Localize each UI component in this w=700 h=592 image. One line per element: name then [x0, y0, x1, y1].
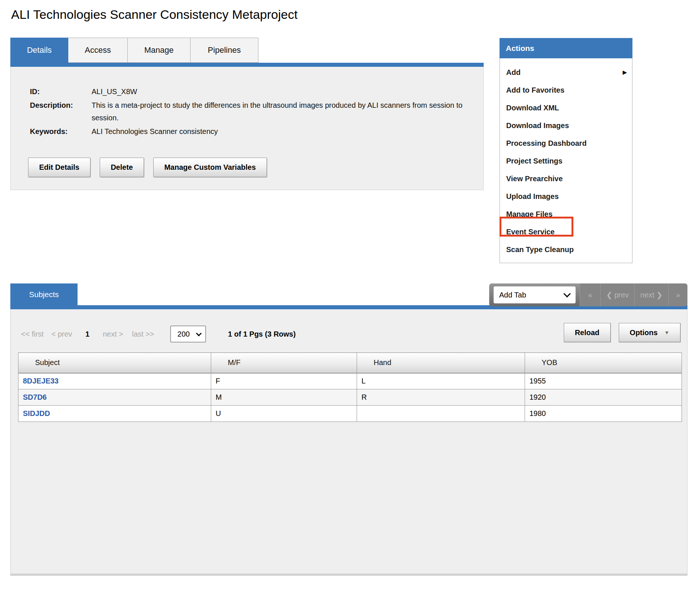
cell-yob: 1955	[525, 373, 682, 389]
add-tab-selected-value: Add Tab	[499, 291, 526, 299]
cell-hand	[357, 406, 525, 422]
subject-link[interactable]: 8DJEJE33	[23, 377, 59, 385]
tab-access[interactable]: Access	[68, 38, 128, 63]
column-header-yob[interactable]: YOB	[525, 353, 682, 373]
action-view-prearchive[interactable]: View Prearchive	[500, 170, 632, 187]
cell-hand: L	[357, 373, 525, 389]
details-tab-underline	[10, 63, 484, 67]
page-size-select[interactable]: 200	[170, 326, 206, 343]
pager-current-page: 1	[85, 330, 89, 338]
page-title: ALI Technologies Scanner Consistency Met…	[11, 7, 298, 22]
tab-subjects[interactable]: Subjects	[10, 283, 78, 305]
add-tab-select[interactable]: Add Tab	[494, 286, 576, 303]
field-id: ID: ALI_US_X8W	[30, 85, 483, 98]
pager-prev-link[interactable]: < prev	[51, 330, 72, 338]
column-header-hand[interactable]: Hand	[357, 353, 525, 373]
cell-mf: F	[211, 373, 357, 389]
tab-nav-first-button[interactable]: «	[580, 283, 600, 306]
chevron-down-icon	[196, 330, 202, 336]
chevron-down-icon	[563, 290, 571, 297]
table-row: 8DJEJE33 F L 1955	[18, 373, 682, 389]
pager-summary: 1 of 1 Pgs (3 Rows)	[228, 330, 296, 338]
action-event-service[interactable]: Event Service	[500, 223, 632, 241]
details-button-row: Edit Details Delete Manage Custom Variab…	[28, 158, 267, 177]
actions-menu-body: Add ▶ Add to Favorites Download XML Down…	[500, 58, 632, 263]
page-size-value: 200	[178, 330, 190, 338]
add-tab-container: Add Tab	[489, 283, 580, 306]
pager-last-link[interactable]: last >>	[132, 330, 154, 338]
subjects-table: Subject M/F Hand YOB 8DJEJE33 F L 1955 S…	[18, 352, 682, 422]
manage-custom-variables-button[interactable]: Manage Custom Variables	[153, 158, 267, 177]
field-description: Description: This is a meta-project to s…	[30, 99, 483, 124]
action-processing-dashboard[interactable]: Processing Dashboard	[500, 134, 632, 152]
pager: << first < prev 1 next > last >> 200 1 o…	[21, 325, 296, 343]
action-add-label: Add	[506, 68, 521, 77]
delete-button[interactable]: Delete	[100, 158, 144, 177]
tab-pipelines[interactable]: Pipelines	[191, 38, 258, 63]
submenu-arrow-icon: ▶	[622, 69, 627, 76]
cell-mf: U	[211, 406, 357, 422]
subject-link[interactable]: SD7D6	[23, 393, 47, 401]
action-upload-images[interactable]: Upload Images	[500, 187, 632, 205]
table-header-row: Subject M/F Hand YOB	[18, 353, 682, 373]
field-id-value: ALI_US_X8W	[92, 85, 137, 98]
subject-link[interactable]: SIDJDD	[23, 409, 50, 417]
edit-details-button[interactable]: Edit Details	[28, 158, 90, 177]
details-tab-strip: Details Access Manage Pipelines	[10, 38, 258, 63]
action-add-to-favorites[interactable]: Add to Favorites	[500, 81, 632, 99]
tab-nav-last-button[interactable]: »	[668, 283, 687, 306]
field-id-label: ID:	[30, 85, 92, 98]
pager-first-link[interactable]: << first	[21, 330, 44, 338]
action-add[interactable]: Add ▶	[500, 63, 632, 81]
actions-menu-header: Actions	[500, 38, 632, 58]
action-download-xml[interactable]: Download XML	[500, 99, 632, 117]
tab-nav-prev-button[interactable]: ❮ prev	[600, 283, 634, 306]
reload-button[interactable]: Reload	[564, 323, 611, 342]
action-project-settings[interactable]: Project Settings	[500, 152, 632, 170]
field-keywords: Keywords: ALI Technologies Scanner consi…	[30, 125, 483, 138]
details-fields: ID: ALI_US_X8W Description: This is a me…	[11, 67, 483, 138]
field-keywords-value: ALI Technologies Scanner consistency	[92, 125, 218, 138]
column-header-subject[interactable]: Subject	[18, 353, 211, 373]
subjects-toolbar: Reload Options ▼	[564, 323, 680, 342]
tab-manage[interactable]: Manage	[128, 38, 191, 63]
field-description-label: Description:	[30, 99, 92, 124]
options-button[interactable]: Options ▼	[619, 323, 680, 342]
options-button-label: Options	[630, 328, 658, 337]
column-header-mf[interactable]: M/F	[211, 353, 357, 373]
field-description-value: This is a meta-project to study the diff…	[92, 99, 483, 124]
action-manage-files[interactable]: Manage Files	[500, 205, 632, 223]
table-row: SIDJDD U 1980	[18, 406, 682, 422]
subjects-panel: << first < prev 1 next > last >> 200 1 o…	[10, 309, 687, 576]
cell-yob: 1920	[525, 389, 682, 406]
tab-details[interactable]: Details	[10, 38, 68, 63]
details-panel: ID: ALI_US_X8W Description: This is a me…	[10, 67, 484, 190]
cell-hand: R	[357, 389, 525, 406]
actions-menu: Actions Add ▶ Add to Favorites Download …	[500, 38, 632, 263]
tab-nav-buttons: « ❮ prev next ❯ »	[580, 283, 687, 306]
tab-controls: Add Tab « ❮ prev next ❯ »	[489, 283, 687, 306]
cell-mf: M	[211, 389, 357, 406]
tab-nav-next-button[interactable]: next ❯	[634, 283, 668, 306]
field-keywords-label: Keywords:	[30, 125, 92, 138]
action-download-images[interactable]: Download Images	[500, 117, 632, 134]
pager-next-link[interactable]: next >	[103, 330, 123, 338]
table-row: SD7D6 M R 1920	[18, 389, 682, 406]
cell-yob: 1980	[525, 406, 682, 422]
action-scan-type-cleanup[interactable]: Scan Type Cleanup	[500, 241, 632, 258]
caret-down-icon: ▼	[664, 330, 669, 335]
